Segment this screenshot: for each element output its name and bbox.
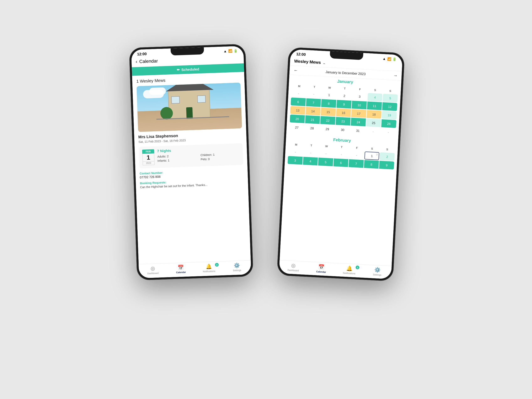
cal-day[interactable]: 11 bbox=[367, 101, 382, 110]
phone-front: 12:00 ▲ 📶 🔋 ‹ Calendar ✏ Scheduled bbox=[129, 44, 253, 280]
guests-grid: Adults: 2 Children: 1 Infants: 1 Pets: 0 bbox=[157, 152, 240, 163]
cal-day[interactable]: 21 bbox=[305, 115, 320, 124]
cal-day[interactable]: 5 bbox=[383, 94, 398, 102]
cal-day-feb[interactable]: 5 bbox=[318, 158, 333, 166]
nav-settings-front[interactable]: ⚙️ Settings bbox=[223, 262, 251, 272]
cal-day[interactable]: 18 bbox=[367, 110, 381, 119]
scene: 12:00 ▲ 📶 🔋 Wesley Mews ⌄ ← bbox=[120, 33, 412, 366]
status-icons-front: ▲ 📶 🔋 bbox=[223, 49, 238, 53]
cal-day[interactable]: 8 bbox=[321, 99, 336, 108]
cal-day[interactable]: 6 bbox=[291, 97, 305, 106]
cal-day[interactable]: 2 bbox=[337, 91, 352, 100]
nights-label: 7 Nights bbox=[157, 146, 239, 153]
property-name-front: 1 Wesley Mews bbox=[136, 76, 240, 84]
nav-settings-label-back: Settings bbox=[373, 273, 381, 276]
nav-notifications-front[interactable]: 🔔 2 Notifications bbox=[195, 263, 223, 273]
nav-notifications-back[interactable]: 🔔 2 Notifications bbox=[335, 265, 363, 275]
day-header-t2: T bbox=[337, 86, 352, 91]
pets-count: Pets: 0 bbox=[201, 156, 240, 161]
cal-day[interactable]: 10 bbox=[352, 101, 367, 109]
notifications-icon-back: 🔔 bbox=[346, 265, 353, 272]
cal-day-feb[interactable]: - bbox=[303, 148, 318, 157]
back-arrow-icon[interactable]: ‹ bbox=[136, 59, 137, 64]
date-badge-month: FEB bbox=[142, 149, 154, 154]
cal-day[interactable]: 13 bbox=[290, 106, 305, 115]
cal-day-feb[interactable]: 9 bbox=[379, 161, 394, 170]
date-range-label: January to December 2023 bbox=[325, 70, 366, 76]
property-selector-name: Wesley Mews bbox=[294, 59, 321, 65]
cal-day[interactable]: 16 bbox=[336, 108, 351, 117]
battery-icon: 🔋 bbox=[392, 57, 397, 61]
cal-day[interactable]: 15 bbox=[321, 108, 336, 116]
adults-count: Adults: 2 bbox=[157, 154, 196, 158]
cal-day-feb[interactable]: 3 bbox=[288, 156, 303, 165]
cal-day[interactable]: 22 bbox=[320, 116, 335, 125]
cal-day-feb[interactable]: 2 bbox=[380, 152, 395, 161]
cal-day-feb[interactable]: 7 bbox=[349, 159, 364, 168]
cal-day[interactable]: - bbox=[381, 128, 396, 137]
cal-day[interactable]: 14 bbox=[305, 107, 320, 115]
cal-day-feb[interactable]: - bbox=[288, 147, 303, 156]
cal-day[interactable]: 3 bbox=[352, 92, 367, 101]
feb-day-header-s1: S bbox=[364, 146, 380, 152]
next-arrow-icon[interactable]: → bbox=[393, 73, 398, 78]
day-header-t1: T bbox=[307, 84, 322, 90]
cal-day[interactable]: 7 bbox=[306, 98, 321, 107]
cal-day[interactable]: 4 bbox=[367, 93, 382, 102]
cal-day[interactable]: 9 bbox=[336, 100, 351, 109]
nav-dashboard-front[interactable]: ◎ Dashboard bbox=[139, 265, 167, 275]
cal-day-feb[interactable]: 1 2 bbox=[364, 152, 379, 160]
cal-day[interactable]: 25 bbox=[366, 119, 381, 127]
cal-day-feb[interactable]: 6 bbox=[333, 158, 348, 167]
cal-day[interactable]: 24 bbox=[351, 118, 366, 126]
battery-icon-front: 🔋 bbox=[233, 49, 238, 53]
prev-arrow-icon[interactable]: ← bbox=[294, 68, 298, 73]
cloud2 bbox=[149, 87, 166, 95]
cal-day[interactable]: 27 bbox=[289, 123, 304, 132]
cal-day-feb[interactable]: - bbox=[319, 149, 334, 158]
calendar-body: January M T W T F S S - bbox=[279, 75, 401, 266]
cal-day-feb[interactable]: 8 bbox=[364, 160, 379, 169]
cal-day[interactable]: 20 bbox=[290, 114, 305, 123]
day-header-f: F bbox=[352, 86, 368, 92]
date-badge: FEB 1 2023 bbox=[142, 149, 155, 165]
property-selector[interactable]: Wesley Mews ⌄ bbox=[294, 59, 326, 65]
cal-day[interactable]: 17 bbox=[351, 109, 366, 118]
cal-day[interactable]: 28 bbox=[305, 124, 320, 133]
feb-day-header-t1: T bbox=[304, 143, 319, 148]
cal-day[interactable]: 26 bbox=[381, 119, 396, 128]
cal-day[interactable]: - bbox=[306, 90, 321, 99]
cal-day[interactable]: - bbox=[366, 127, 380, 136]
nav-settings-label-front: Settings bbox=[233, 269, 241, 272]
chevron-down-icon[interactable]: ⌄ bbox=[322, 60, 326, 65]
nav-calendar-front[interactable]: 📅 Calendar bbox=[167, 264, 195, 274]
feb-day-header-f: F bbox=[349, 145, 365, 151]
phone-back: 12:00 ▲ 📶 🔋 Wesley Mews ⌄ ← bbox=[277, 47, 405, 281]
infants-count: Infants: 1 bbox=[157, 158, 196, 163]
cal-day-feb[interactable]: 4 bbox=[303, 157, 318, 165]
cal-day-feb[interactable]: - bbox=[349, 151, 364, 159]
nav-calendar-label-back: Calendar bbox=[316, 270, 326, 273]
day-header-m: M bbox=[291, 83, 307, 89]
cal-day[interactable]: 23 bbox=[336, 117, 351, 126]
nav-settings-back[interactable]: ⚙️ Settings bbox=[363, 266, 392, 277]
cal-day[interactable]: 30 bbox=[335, 125, 350, 134]
cal-day[interactable]: 29 bbox=[320, 125, 335, 133]
notch-front bbox=[171, 47, 204, 56]
cal-day[interactable]: 31 bbox=[350, 126, 365, 135]
nav-notifications-label-back: Notifications bbox=[343, 272, 355, 275]
nav-calendar-back[interactable]: 📅 Calendar bbox=[307, 263, 336, 274]
nav-dashboard-back[interactable]: ◎ Dashboard bbox=[279, 262, 308, 272]
booking-screen: 12:00 ▲ 📶 🔋 ‹ Calendar ✏ Scheduled bbox=[131, 46, 251, 278]
cal-day[interactable]: - bbox=[291, 89, 306, 98]
cal-day[interactable]: 19 bbox=[382, 111, 397, 120]
february-section: February M T W T F S S - bbox=[288, 135, 395, 170]
calendar-icon-front: 📅 bbox=[178, 265, 184, 271]
booking-card: FEB 1 2023 7 Nights Adults: 2 Children: … bbox=[139, 143, 243, 168]
cal-day[interactable]: 12 bbox=[382, 102, 397, 111]
phone-front-inner: 12:00 ▲ 📶 🔋 ‹ Calendar ✏ Scheduled bbox=[131, 46, 251, 278]
cal-day[interactable]: 1 bbox=[322, 91, 337, 99]
cal-day-feb[interactable]: - bbox=[334, 150, 349, 158]
contact-section: Contact Number: 07702 726 808 bbox=[139, 168, 244, 179]
scheduled-label: Scheduled bbox=[181, 67, 199, 72]
